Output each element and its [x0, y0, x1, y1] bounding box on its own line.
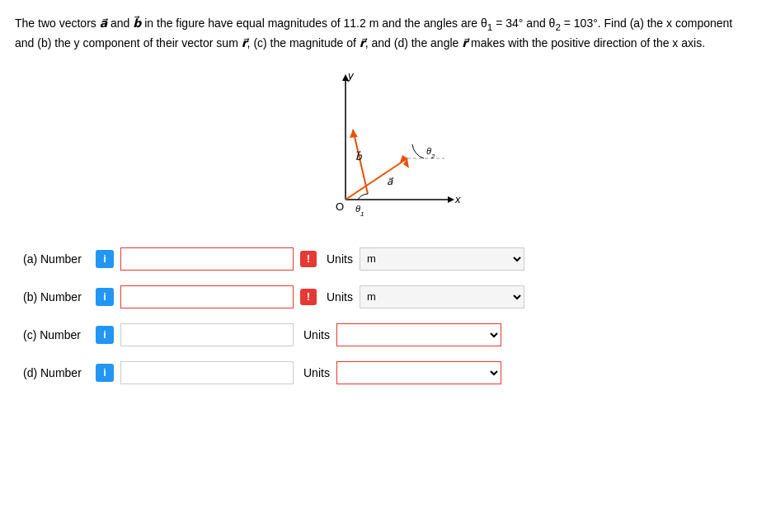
info-button-d[interactable]: i [96, 364, 114, 382]
units-select-b[interactable]: m cm km [360, 285, 524, 308]
units-select-d[interactable]: ° rad [336, 361, 501, 384]
alert-icon-b: ! [300, 289, 317, 305]
svg-text:θ1: θ1 [355, 204, 364, 218]
number-input-b[interactable] [120, 285, 294, 308]
svg-text:b⃗: b⃗ [355, 149, 363, 162]
number-input-d[interactable] [120, 361, 294, 384]
vector-diagram: y x O θ1 θ2 a⃗ b⃗ [280, 68, 477, 224]
number-input-a[interactable] [120, 247, 294, 271]
number-input-c[interactable] [120, 323, 294, 346]
figure-area: y x O θ1 θ2 a⃗ b⃗ [15, 68, 742, 224]
info-button-a[interactable]: i [96, 250, 114, 268]
label-d: (d) Number [23, 366, 89, 379]
units-label-c: Units [303, 328, 330, 341]
answer-row-d: (d) Number i Units ° rad [23, 361, 742, 384]
answer-row-a: (a) Number i ! Units m cm km [23, 247, 742, 271]
units-label-a: Units [327, 252, 353, 266]
info-button-c[interactable]: i [96, 326, 114, 344]
units-label-b: Units [327, 290, 353, 304]
answer-row-b: (b) Number i ! Units m cm km [23, 285, 742, 308]
label-b: (b) Number [23, 290, 89, 304]
units-select-a[interactable]: m cm km [360, 247, 524, 271]
answer-row-c: (c) Number i Units m cm [23, 323, 742, 346]
alert-icon-a: ! [300, 251, 317, 267]
units-label-d: Units [303, 366, 330, 379]
units-select-c[interactable]: m cm [336, 323, 501, 346]
svg-text:y: y [347, 69, 355, 82]
info-button-b[interactable]: i [96, 288, 114, 306]
svg-marker-3 [448, 196, 454, 203]
label-c: (c) Number [23, 328, 89, 341]
answers-section: (a) Number i ! Units m cm km (b) Number … [15, 247, 742, 384]
label-a: (a) Number [23, 252, 89, 266]
svg-text:x: x [454, 193, 461, 205]
svg-text:θ2: θ2 [426, 146, 435, 160]
svg-text:O: O [336, 200, 344, 213]
svg-line-7 [346, 158, 407, 200]
svg-text:a⃗: a⃗ [387, 176, 393, 187]
problem-text: The two vectors a⃗ and b⃗ in the figure … [15, 15, 742, 53]
svg-marker-11 [350, 129, 358, 138]
